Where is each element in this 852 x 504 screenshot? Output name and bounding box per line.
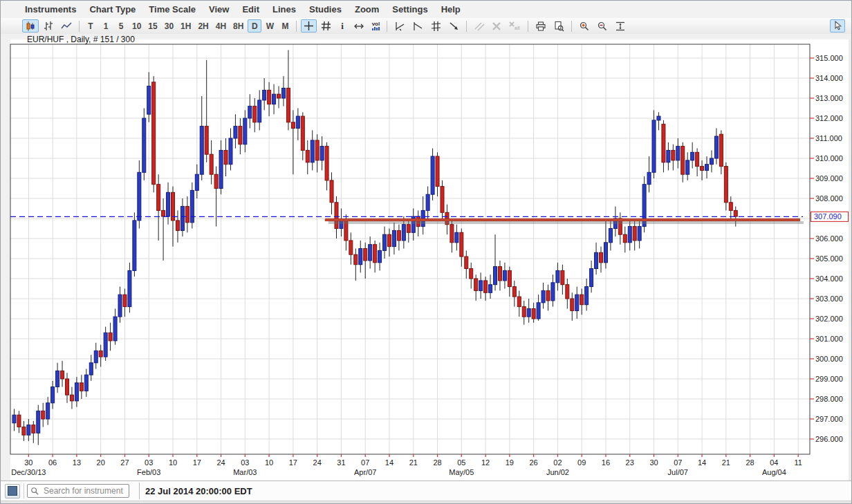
horizontal-arrows-icon [353, 22, 364, 30]
svg-text:309.000: 309.000 [815, 174, 843, 183]
arrow-draw-button[interactable] [445, 19, 462, 32]
grid-icon [321, 21, 331, 31]
line-chart-button[interactable] [58, 19, 75, 32]
tf-daily-button[interactable]: D [248, 19, 261, 32]
svg-text:312.000: 312.000 [815, 114, 843, 122]
tf-10min-button[interactable]: 10 [129, 19, 144, 32]
tf-tick-button[interactable]: T [84, 19, 98, 32]
svg-text:306.000: 306.000 [815, 234, 843, 243]
tf-monthly-label: M [281, 21, 288, 31]
svg-text:12: 12 [481, 458, 490, 467]
candlestick-chart-button[interactable] [22, 19, 39, 32]
delete-all-lines-button[interactable]: all [506, 19, 524, 32]
svg-text:Dec/30/13: Dec/30/13 [11, 468, 46, 476]
print-preview-button[interactable] [550, 19, 567, 32]
ray-line-icon [412, 21, 423, 32]
diagonal-lines-icon [474, 21, 485, 32]
pointer-tool-button[interactable] [830, 19, 845, 32]
ohlc-bar-chart-button[interactable] [40, 19, 57, 32]
pointer-icon [833, 21, 842, 31]
svg-text:20: 20 [97, 458, 105, 467]
zoom-in-button[interactable] [576, 19, 593, 32]
ray-line-button[interactable] [409, 19, 426, 32]
svg-text:27: 27 [120, 458, 129, 467]
tf-1hour-button[interactable]: 1H [178, 19, 194, 32]
zoom-out-button[interactable] [594, 19, 611, 32]
search-input[interactable] [42, 485, 126, 496]
chart-canvas[interactable]: 296.000297.000298.000299.000300.000301.0… [1, 34, 852, 480]
menu-help[interactable]: Help [441, 4, 461, 15]
delete-line-button[interactable] [489, 19, 504, 32]
crosshair-icon [304, 21, 314, 31]
arrow-icon [448, 21, 459, 32]
volume-button[interactable]: vol [369, 19, 382, 32]
tf-4hour-label: 4H [216, 21, 226, 31]
zoom-in-icon [579, 21, 590, 32]
svg-text:14: 14 [698, 458, 706, 467]
menu-zoom[interactable]: Zoom [355, 4, 379, 15]
tf-10min-label: 10 [132, 21, 141, 31]
tf-weekly-button[interactable]: W [263, 19, 277, 32]
tf-2hour-button[interactable]: 2H [195, 19, 211, 32]
fit-vertical-button[interactable] [612, 19, 629, 32]
tf-4hour-button[interactable]: 4H [213, 19, 229, 32]
svg-text:07: 07 [361, 458, 369, 467]
tf-tick-label: T [88, 21, 93, 31]
trend-line-button[interactable] [391, 19, 408, 32]
statusbar: 22 Jul 2014 20:00:00 EDT [1, 480, 851, 501]
toolbar-separator [79, 21, 80, 32]
svg-text:313.000: 313.000 [815, 94, 843, 102]
parallel-lines-button[interactable] [427, 19, 444, 32]
tf-1hour-label: 1H [180, 21, 191, 31]
delete-icon [492, 21, 501, 31]
menu-instruments[interactable]: Instruments [25, 4, 76, 15]
svg-text:31: 31 [337, 458, 345, 467]
svg-text:11: 11 [794, 458, 802, 467]
crosshair-button[interactable] [301, 19, 317, 32]
tf-15min-label: 15 [148, 21, 157, 31]
tf-daily-label: D [252, 21, 258, 31]
menu-studies[interactable]: Studies [309, 4, 342, 15]
svg-text:310.000: 310.000 [815, 154, 843, 162]
horizontal-scale-button[interactable] [351, 19, 367, 32]
chart-window: InstrumentsChart TypeTime ScaleViewEditL… [0, 0, 852, 504]
menu-settings[interactable]: Settings [392, 4, 427, 15]
menu-lines[interactable]: Lines [272, 4, 296, 15]
printer-icon [535, 21, 546, 32]
grid-toggle-button[interactable] [318, 19, 334, 32]
info-icon: i [339, 21, 346, 31]
edit-lines-button[interactable] [471, 19, 488, 32]
svg-text:305.000: 305.000 [815, 254, 843, 263]
svg-text:24: 24 [313, 458, 322, 467]
instrument-list-icon [8, 486, 17, 496]
toolbar-group-chart-type [21, 19, 75, 32]
tf-8hour-button[interactable]: 8H [230, 19, 246, 32]
menu-edit[interactable]: Edit [242, 4, 259, 15]
svg-text:07: 07 [674, 458, 682, 467]
menu-chart-type[interactable]: Chart Type [89, 4, 136, 15]
menu-time-scale[interactable]: Time Scale [149, 4, 196, 15]
print-button[interactable] [532, 19, 549, 32]
zoom-out-icon [597, 21, 608, 32]
tf-15min-button[interactable]: 15 [145, 19, 160, 32]
price-marker: 307.090 [811, 212, 849, 221]
toolbar-separator [466, 21, 467, 32]
candlestick-icon [25, 21, 36, 32]
tf-2hour-label: 2H [198, 21, 208, 31]
svg-text:298.000: 298.000 [815, 395, 843, 403]
tf-5min-button[interactable]: 5 [114, 19, 128, 32]
tf-1min-button[interactable]: 1 [99, 19, 113, 32]
info-button[interactable]: i [335, 19, 349, 32]
chart-area: EUR/HUF , Daily, # 151 / 300 296.000297.… [1, 34, 852, 480]
menu-view[interactable]: View [209, 4, 229, 15]
svg-text:17: 17 [289, 458, 297, 467]
instrument-list-button[interactable] [5, 484, 20, 498]
tf-monthly-button[interactable]: M [278, 19, 292, 32]
svg-text:i: i [342, 21, 344, 31]
svg-text:311.000: 311.000 [815, 134, 842, 142]
search-box[interactable] [27, 484, 129, 498]
tf-weekly-label: W [266, 21, 274, 31]
delete-all-icon: all [508, 21, 521, 31]
svg-text:296.000: 296.000 [815, 435, 843, 443]
tf-30min-button[interactable]: 30 [162, 19, 176, 32]
